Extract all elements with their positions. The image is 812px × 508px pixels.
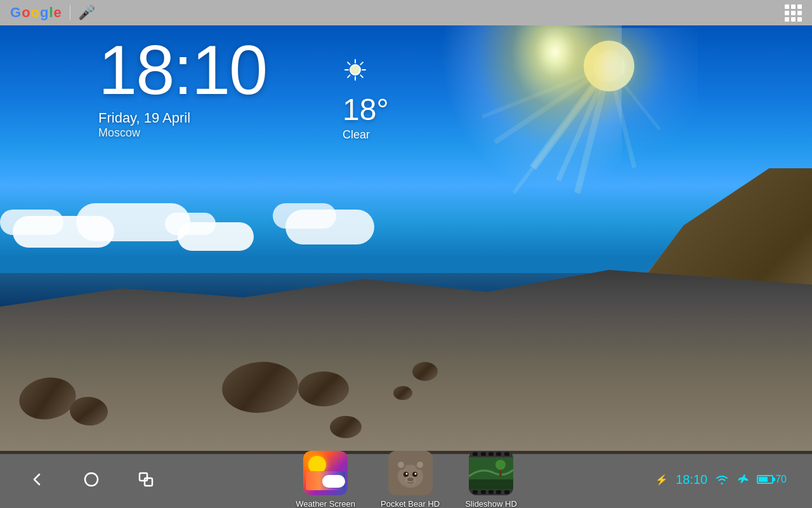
sun-glow <box>431 25 622 203</box>
svg-rect-22 <box>140 473 147 481</box>
rock-5 <box>330 416 362 438</box>
status-right: ⚡ 18:10 70 <box>655 472 787 487</box>
nav-buttons <box>25 468 157 491</box>
clock-time: 18:10 <box>98 35 266 105</box>
pocket-bear-icon <box>388 451 433 495</box>
slideshow-hd-icon <box>469 451 513 495</box>
airplane-icon <box>737 473 749 486</box>
clock-widget: 18:10 Friday, 19 April Moscow <box>98 35 266 140</box>
bottom-dock: Weather Screen <box>0 451 812 508</box>
svg-point-32 <box>405 472 407 474</box>
svg-line-19 <box>360 62 363 65</box>
logo-divider <box>70 5 70 20</box>
rock-6 <box>412 362 438 381</box>
battery-percent: 70 <box>775 474 787 485</box>
rock-7 <box>393 386 412 400</box>
svg-line-17 <box>348 62 350 65</box>
clock-date: Friday, 19 April <box>98 110 266 126</box>
weather-screen-app[interactable]: Weather Screen <box>283 451 368 509</box>
google-wordmark: Google <box>10 4 62 21</box>
recent-apps-button[interactable] <box>134 468 157 491</box>
wifi-icon <box>715 474 729 485</box>
status-bar: Google 🎤 <box>0 0 812 25</box>
svg-point-38 <box>495 460 506 470</box>
google-logo-area: Google 🎤 <box>10 4 95 21</box>
svg-rect-23 <box>145 478 152 486</box>
svg-point-35 <box>405 476 416 485</box>
battery-indicator: 70 <box>757 474 787 485</box>
svg-point-21 <box>85 473 98 486</box>
svg-rect-39 <box>499 470 502 478</box>
beach-sand <box>0 270 812 454</box>
weather-temperature: 18° <box>343 92 389 127</box>
rock-4 <box>298 371 349 406</box>
svg-point-33 <box>414 472 416 474</box>
svg-line-20 <box>348 75 350 77</box>
slideshow-hd-app[interactable]: Slideshow HD <box>452 451 530 509</box>
home-button[interactable] <box>80 468 103 491</box>
back-button[interactable] <box>25 468 48 491</box>
weather-condition: Clear <box>343 128 389 142</box>
svg-point-29 <box>417 462 423 468</box>
pocket-bear-label: Pocket Bear HD <box>381 499 440 509</box>
battery-icon <box>757 475 773 484</box>
svg-line-18 <box>360 75 363 77</box>
battery-fill <box>759 477 768 482</box>
app-icons-area: Weather Screen <box>283 451 530 509</box>
weather-sun-icon <box>343 57 389 88</box>
weather-screen-label: Weather Screen <box>296 499 355 509</box>
weather-screen-icon <box>303 451 348 495</box>
slideshow-hd-label: Slideshow HD <box>465 499 517 509</box>
weather-widget: 18° Clear <box>343 57 389 142</box>
pocket-bear-app[interactable]: Pocket Bear HD <box>368 451 452 509</box>
svg-rect-37 <box>469 479 513 489</box>
svg-point-28 <box>398 462 404 468</box>
status-time: 18:10 <box>676 472 707 487</box>
svg-point-12 <box>350 65 360 75</box>
usb-icon: ⚡ <box>655 474 668 486</box>
clock-location: Moscow <box>98 126 266 140</box>
mic-icon[interactable]: 🎤 <box>78 4 95 21</box>
apps-grid-icon[interactable] <box>785 4 802 22</box>
